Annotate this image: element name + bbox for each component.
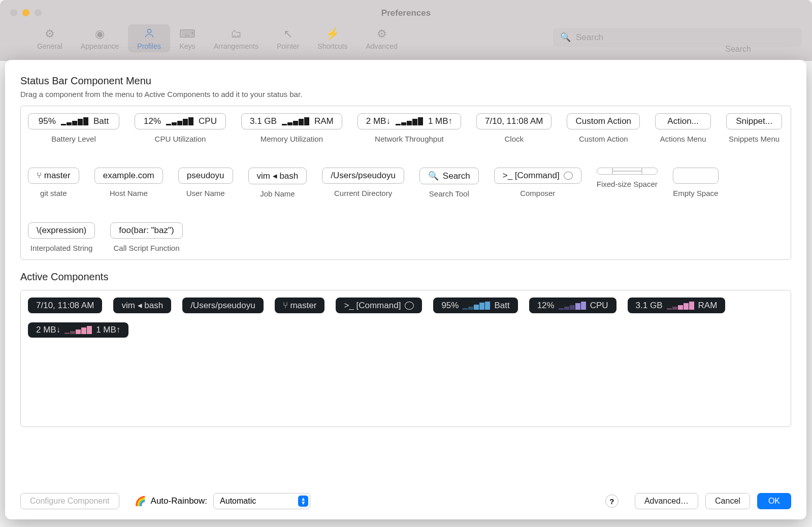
active-components-box[interactable]: 7/10, 11:08 AM vim ◂ bash /Users/pseudoy… bbox=[20, 290, 791, 427]
windows-icon: 🗂 bbox=[231, 27, 242, 41]
magnifier-icon: 🔍 bbox=[428, 171, 439, 181]
sheet-footer: Configure Component 🌈 Auto-Rainbow: Auto… bbox=[20, 493, 791, 509]
histogram-icon bbox=[282, 117, 309, 125]
speech-bubble-icon bbox=[564, 172, 573, 180]
keyboard-icon: ⌨ bbox=[179, 27, 196, 41]
cancel-button[interactable]: Cancel bbox=[705, 493, 750, 509]
component-interpolated-string[interactable]: \(expression) Interpolated String bbox=[28, 222, 95, 252]
component-git-state[interactable]: ⑂ master git state bbox=[28, 168, 79, 197]
toolbar-tab-pointer[interactable]: ↖ Pointer bbox=[268, 24, 308, 52]
section-title: Status Bar Component Menu bbox=[20, 75, 791, 87]
auto-rainbow-label: Auto-Rainbow: bbox=[151, 496, 208, 506]
component-network-throughput[interactable]: 2 MB↓ 1 MB↑ Network Throughput bbox=[358, 113, 461, 143]
component-cpu-utilization[interactable]: 12% CPU CPU Utilization bbox=[135, 113, 226, 143]
component-search-tool[interactable]: 🔍Search Search Tool bbox=[419, 168, 479, 198]
component-call-script-function[interactable]: foo(bar: "baz") Call Script Function bbox=[110, 222, 182, 252]
advanced-button[interactable]: Advanced… bbox=[635, 493, 698, 509]
section-subtitle: Drag a component from the menu to Active… bbox=[20, 90, 791, 98]
toolbar-tab-shortcuts[interactable]: ⚡ Shortcuts bbox=[308, 24, 356, 52]
search-icon: 🔍 bbox=[560, 32, 571, 43]
histogram-icon bbox=[463, 302, 490, 310]
component-empty-space[interactable]: Empty Space bbox=[673, 168, 719, 197]
component-user-name[interactable]: pseudoyu User Name bbox=[178, 168, 233, 197]
active-component-cpu[interactable]: 12% CPU bbox=[529, 298, 616, 313]
toolbar-search-field[interactable]: 🔍 Search bbox=[553, 28, 802, 47]
toolbar-tab-profiles[interactable]: Profiles bbox=[128, 24, 170, 52]
status-bar-sheet: Status Bar Component Menu Drag a compone… bbox=[5, 60, 806, 519]
toolbar-tab-arrangements[interactable]: 🗂 Arrangements bbox=[205, 24, 268, 52]
preferences-window-background: Preferences ⚙ General ◉ Appearance Profi… bbox=[0, 0, 812, 61]
rainbow-icon: 🌈 bbox=[135, 496, 146, 507]
histogram-icon bbox=[396, 117, 423, 125]
active-component-clock[interactable]: 7/10, 11:08 AM bbox=[28, 298, 102, 313]
gears-icon: ⚙ bbox=[377, 27, 387, 41]
histogram-icon bbox=[559, 302, 586, 310]
active-component-job[interactable]: vim ◂ bash bbox=[113, 298, 171, 313]
auto-rainbow-select[interactable]: Automatic ▲▼ bbox=[213, 493, 310, 509]
gear-icon: ⚙ bbox=[45, 27, 55, 41]
toolbar-tab-advanced[interactable]: ⚙ Advanced bbox=[356, 24, 406, 52]
eye-icon: ◉ bbox=[95, 27, 105, 41]
search-label: Search bbox=[725, 45, 751, 54]
chevron-up-down-icon: ▲▼ bbox=[298, 496, 308, 507]
preferences-toolbar: ⚙ General ◉ Appearance Profiles ⌨ Keys 🗂… bbox=[28, 24, 407, 52]
component-current-directory[interactable]: /Users/pseudoyu Current Directory bbox=[322, 168, 404, 197]
active-component-network[interactable]: 2 MB↓ 1 MB↑ bbox=[28, 322, 128, 338]
component-fixed-size-spacer[interactable]: Fixed-size Spacer bbox=[597, 168, 658, 188]
active-component-composer[interactable]: >_ [Command] bbox=[336, 298, 422, 313]
bolt-icon: ⚡ bbox=[326, 27, 339, 41]
svg-point-0 bbox=[147, 29, 151, 33]
toolbar-tab-keys[interactable]: ⌨ Keys bbox=[170, 24, 205, 52]
active-component-git[interactable]: ⑂ master bbox=[275, 298, 325, 313]
component-composer[interactable]: >_ [Command] Composer bbox=[494, 168, 581, 197]
speech-bubble-icon bbox=[405, 302, 414, 310]
component-snippets-menu[interactable]: Snippet... Snippets Menu bbox=[726, 113, 782, 143]
active-component-battery[interactable]: 95% Batt bbox=[433, 298, 517, 313]
toolbar-tab-general[interactable]: ⚙ General bbox=[28, 24, 72, 52]
component-clock[interactable]: 7/10, 11:08 AM Clock bbox=[476, 113, 551, 143]
search-placeholder: Search bbox=[576, 32, 603, 43]
toolbar-tab-appearance[interactable]: ◉ Appearance bbox=[72, 24, 128, 52]
component-menu-box: 95% Batt Battery Level 12% CPU CPU Utili… bbox=[20, 106, 791, 260]
spacer-icon bbox=[612, 171, 642, 172]
component-battery-level[interactable]: 95% Batt Battery Level bbox=[28, 113, 119, 143]
person-icon bbox=[144, 27, 155, 41]
active-component-cwd[interactable]: /Users/pseudoyu bbox=[182, 298, 264, 313]
component-memory-utilization[interactable]: 3.1 GB RAM Memory Utilization bbox=[241, 113, 342, 143]
component-custom-action[interactable]: Custom Action Custom Action bbox=[567, 113, 640, 143]
ok-button[interactable]: OK bbox=[757, 493, 791, 509]
pointer-icon: ↖ bbox=[283, 27, 293, 41]
active-component-memory[interactable]: 3.1 GB RAM bbox=[628, 298, 726, 313]
histogram-icon bbox=[166, 117, 193, 125]
histogram-icon bbox=[61, 117, 88, 125]
histogram-icon bbox=[64, 326, 92, 334]
window-title: Preferences bbox=[0, 8, 812, 18]
configure-component-button[interactable]: Configure Component bbox=[20, 493, 119, 509]
histogram-icon bbox=[667, 302, 694, 310]
component-host-name[interactable]: example.com Host Name bbox=[94, 168, 163, 197]
component-job-name[interactable]: vim ◂ bash Job Name bbox=[248, 168, 307, 198]
component-actions-menu[interactable]: Action... Actions Menu bbox=[655, 113, 711, 143]
help-button[interactable]: ? bbox=[605, 495, 619, 508]
active-components-title: Active Components bbox=[20, 271, 791, 283]
